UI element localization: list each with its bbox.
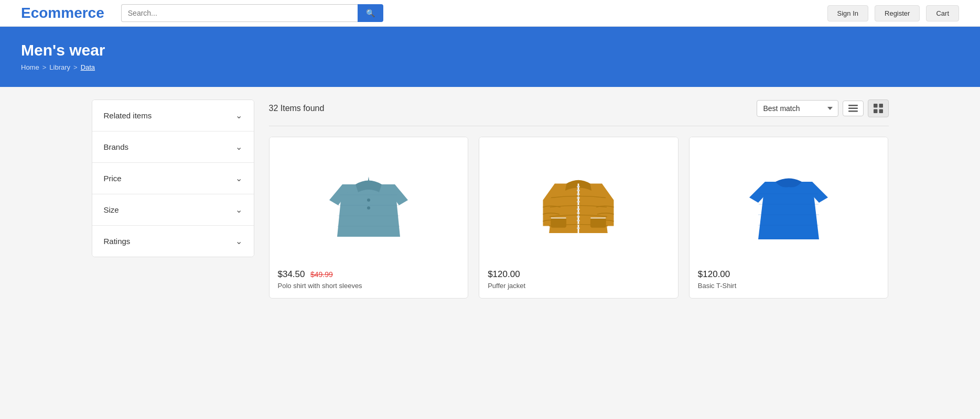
svg-rect-2 [848,111,858,112]
list-icon [848,105,858,112]
polo-shirt-image [327,153,411,247]
product-card-jacket[interactable]: $120.00 Puffer jacket [479,137,679,299]
product-name-tshirt: Basic T-Shirt [698,282,880,290]
product-image-tshirt [690,137,888,263]
svg-point-7 [367,199,370,202]
page-title: Men's wear [21,41,959,59]
breadcrumb: Home > Library > Data [21,63,959,71]
svg-rect-14 [577,186,580,188]
search-button[interactable]: 🔍 [358,4,383,22]
jacket-image [536,153,620,247]
breadcrumb-sep-1: > [42,63,47,71]
svg-rect-15 [577,190,580,191]
filter-size-label: Size [104,205,119,214]
svg-rect-18 [577,201,580,203]
logo[interactable]: Ecommerce [21,5,104,21]
search-input[interactable] [121,4,358,22]
svg-rect-6 [879,109,883,114]
grid-icon [874,104,883,113]
svg-rect-5 [874,109,878,114]
filter-price-label: Price [104,174,122,183]
search-bar: 🔍 [121,4,383,22]
breadcrumb-home[interactable]: Home [21,63,39,71]
svg-rect-0 [848,105,858,106]
products-header: 32 Items found Best match Price: Low to … [269,100,889,117]
product-price-tshirt: $120.00 [698,269,880,280]
chevron-down-icon: ⌄ [235,142,242,152]
filter-ratings[interactable]: Ratings ⌄ [92,226,254,257]
register-button[interactable]: Register [875,5,920,21]
list-view-button[interactable] [843,101,864,116]
filter-price[interactable]: Price ⌄ [92,163,254,194]
tshirt-image [747,153,831,247]
products-area: 32 Items found Best match Price: Low to … [269,100,889,299]
svg-rect-20 [577,208,580,210]
items-count: 32 Items found [269,104,325,113]
hero-banner: Men's wear Home > Library > Data [0,27,980,87]
svg-rect-25 [577,227,580,229]
product-info-jacket: $120.00 Puffer jacket [479,263,678,298]
product-info-polo: $34.50 $49.99 Polo shirt with short slee… [270,263,468,298]
breadcrumb-sep-2: > [73,63,78,71]
svg-rect-27 [591,218,606,227]
breadcrumb-current: Data [81,63,95,71]
svg-rect-26 [551,218,566,227]
chevron-down-icon: ⌄ [235,173,242,183]
svg-rect-22 [577,216,580,218]
filter-size[interactable]: Size ⌄ [92,194,254,226]
svg-rect-4 [879,104,883,108]
cart-button[interactable]: Cart [926,5,959,21]
chevron-down-icon: ⌄ [235,111,242,120]
svg-rect-23 [577,220,580,222]
product-name-jacket: Puffer jacket [488,282,670,290]
chevron-down-icon: ⌄ [235,205,242,215]
chevron-down-icon: ⌄ [235,236,242,246]
filter-related-items[interactable]: Related items ⌄ [92,100,254,131]
filter-brands-label: Brands [104,142,129,151]
product-info-tshirt: $120.00 Basic T-Shirt [690,263,888,298]
sort-controls: Best match Price: Low to High Price: Hig… [757,100,889,117]
sidebar: Related items ⌄ Brands ⌄ Price ⌄ Size ⌄ … [92,100,254,299]
filter-related-items-label: Related items [104,111,152,120]
svg-point-8 [367,206,370,210]
header: Ecommerce 🔍 Sign In Register Cart [0,0,980,27]
svg-rect-3 [874,104,878,108]
svg-rect-17 [577,197,580,199]
filter-ratings-label: Ratings [104,237,131,246]
product-price-jacket: $120.00 [488,269,670,280]
svg-rect-1 [848,108,858,109]
product-grid: $34.50 $49.99 Polo shirt with short slee… [269,137,889,299]
breadcrumb-library[interactable]: Library [49,63,70,71]
signin-button[interactable]: Sign In [827,5,868,21]
product-image-jacket [479,137,678,263]
product-card-tshirt[interactable]: $120.00 Basic T-Shirt [689,137,889,299]
svg-rect-21 [577,212,580,214]
filter-brands[interactable]: Brands ⌄ [92,131,254,163]
product-price-polo: $34.50 $49.99 [278,269,460,280]
product-name-polo: Polo shirt with short sleeves [278,282,460,290]
product-image-polo [270,137,468,263]
divider [269,126,889,126]
filter-panel: Related items ⌄ Brands ⌄ Price ⌄ Size ⌄ … [92,100,254,257]
sort-select[interactable]: Best match Price: Low to High Price: Hig… [757,100,838,117]
main-container: Related items ⌄ Brands ⌄ Price ⌄ Size ⌄ … [71,87,910,311]
svg-rect-16 [577,193,580,195]
product-card-polo[interactable]: $34.50 $49.99 Polo shirt with short slee… [269,137,469,299]
grid-view-button[interactable] [868,100,889,117]
header-actions: Sign In Register Cart [827,5,959,21]
